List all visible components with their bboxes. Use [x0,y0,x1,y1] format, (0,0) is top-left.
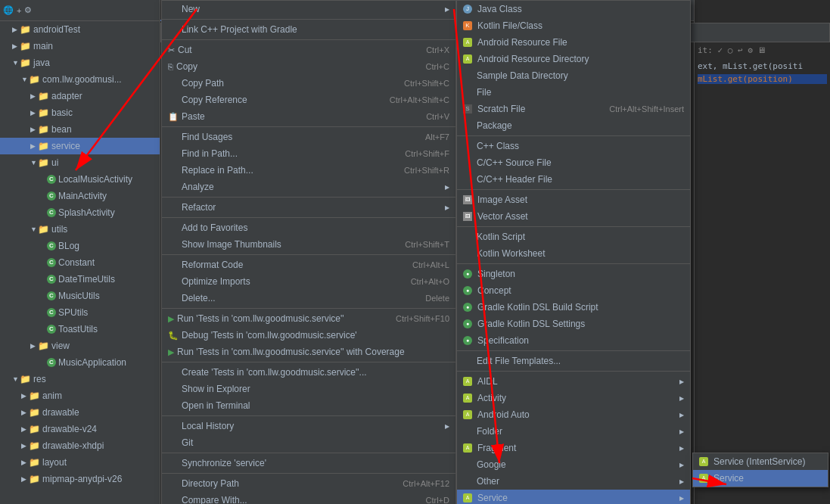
tree-item-service[interactable]: ▶📁service [0,138,160,154]
ctx-item-delete...[interactable]: Delete... Delete [162,290,455,306]
tree-item-sputils[interactable]: CSPUtils [0,304,160,321]
tree-item-toastutils[interactable]: CToastUtils [0,321,160,338]
new-item-gradlekotlindslsetti[interactable]: ● Gradle Kotlin DSL Settings [457,316,690,332]
new-item-left: ● Singleton [463,269,515,279]
ctx-item-reformatcode[interactable]: Reformat Code Ctrl+Alt+L [162,257,455,273]
tree-item-drawable-v24[interactable]: ▶📁drawable-v24 [0,421,160,437]
ctx-item-comparewith...[interactable]: Compare With... Ctrl+D [162,492,455,504]
tree-item-basic[interactable]: ▶📁basic [0,104,160,121]
new-item-editfiletemplates...[interactable]: Edit File Templates... [457,353,690,369]
ctx-item-copy[interactable]: ⎘ Copy Ctrl+C [162,58,455,75]
tree-item-view[interactable]: ▶📁view [0,338,160,354]
new-item-other[interactable]: Other [457,473,690,490]
ctx-item-cut[interactable]: ✂ Cut Ctrl+X [162,42,455,58]
ctx-item-openinterminal[interactable]: Open in Terminal [162,397,455,414]
tree-item-mainactivity[interactable]: CMainActivity [0,188,160,204]
new-item-scratchfile[interactable]: S Scratch File Ctrl+Alt+Shift+Insert [457,101,690,117]
tree-item-main[interactable]: ▶📁main [0,38,160,54]
new-item-imageasset[interactable]: 🖼 Image Asset [457,191,690,208]
code-line-1: ext, mList.get(positi [698,61,827,71]
ctx-item-showimagethumbnails[interactable]: Show Image Thumbnails Ctrl+Shift+T [162,236,455,253]
new-item-kotlinworksheet[interactable]: Kotlin Worksheet [457,245,690,262]
tree-item-drawable-xhdpi[interactable]: ▶📁drawable-xhdpi [0,437,160,454]
sidebar-icon-settings[interactable]: ⚙ [24,5,32,15]
ctx-item-localhistory[interactable]: Local History [162,418,455,434]
tree-arrow: ▶ [12,42,20,50]
ctx-item-linkc++projectwithgr[interactable]: Link C++ Project with Gradle [162,21,455,38]
new-item-concept[interactable]: ● Concept [457,282,690,299]
new-item-aidl[interactable]: A AIDL [457,373,690,390]
tree-item-java[interactable]: ▼📁java [0,54,160,71]
ctx-item-paste[interactable]: 📋 Paste Ctrl+V [162,108,455,125]
new-item-javaclass[interactable]: J Java Class [457,1,690,17]
tree-item-mipmap-anydpi-v26[interactable]: ▶📁mipmap-anydpi-v26 [0,471,160,487]
new-item-google[interactable]: Google [457,456,690,473]
tree-item-datetimeutils[interactable]: CDateTimeUtils [0,271,160,288]
ctx-item-run'testsin'com.llw.[interactable]: ▶ Run 'Tests in 'com.llw.goodmusic.servi… [162,310,455,327]
new-item-c++class[interactable]: C++ Class [457,138,690,154]
sidebar-icon-plus[interactable]: + [17,6,21,15]
new-item-package[interactable]: Package [457,117,690,134]
new-item-androidresourcefile[interactable]: A Android Resource File [457,34,690,51]
new-item-kotlinscript[interactable]: Kotlin Script [457,229,690,245]
service-item-service(intentservice)[interactable]: A Service (IntentService) [693,453,828,470]
ctx-item-findusages[interactable]: Find Usages Alt+F7 [162,129,455,145]
ctx-item-new[interactable]: New [162,1,455,17]
new-item-left: Edit File Templates... [463,356,561,366]
tree-item-layout[interactable]: ▶📁layout [0,454,160,471]
tree-item-res[interactable]: ▼📁res [0,371,160,387]
ctx-item-copyreference[interactable]: Copy Reference Ctrl+Alt+Shift+C [162,92,455,108]
tree-item-drawable[interactable]: ▶📁drawable [0,404,160,421]
ctx-item-run'testsin'com.llw.[interactable]: ▶ Run 'Tests in 'com.llw.goodmusic.servi… [162,344,455,360]
ctx-item-create'testsin'com.l[interactable]: Create 'Tests in 'com.llw.goodmusic.serv… [162,364,455,381]
tree-item-musicutils[interactable]: CMusicUtils [0,288,160,304]
tree-item-localmusicactivity[interactable]: CLocalMusicActivity [0,171,160,188]
ctx-item-refactor[interactable]: Refactor [162,199,455,216]
tree-item-androidtest[interactable]: ▶📁androidTest [0,21,160,38]
ctx-item-analyze[interactable]: Analyze [162,179,455,195]
tree-item-bean[interactable]: ▶📁bean [0,121,160,138]
new-item-activity[interactable]: A Activity [457,390,690,406]
new-item-c/c++headerfile[interactable]: C/C++ Header File [457,171,690,188]
tree-item-utils[interactable]: ▼📁utils [0,221,160,238]
new-item-folder[interactable]: Folder [457,423,690,440]
ctx-item-findinpath...[interactable]: Find in Path... Ctrl+Shift+F [162,145,455,162]
tree-item-musicapplication[interactable]: CMusicApplication [0,354,160,371]
sidebar-icon-globe[interactable]: 🌐 [3,5,14,15]
new-item-gradlekotlindslbuild[interactable]: ● Gradle Kotlin DSL Build Script [457,299,690,316]
new-item-sampledatadirectory[interactable]: Sample Data Directory [457,67,690,84]
new-item-kotlinfile/class[interactable]: K Kotlin File/Class [457,17,690,34]
ctx-item-git[interactable]: Git [162,434,455,451]
service-item-service[interactable]: A Service [693,470,828,487]
ctx-item-copypath[interactable]: Copy Path Ctrl+Shift+C [162,75,455,92]
tree-item-com.llw.goodmusi...[interactable]: ▼📁com.llw.goodmusi... [0,71,160,88]
ctx-item-left: New [168,4,200,14]
ctx-separator-34 [162,453,455,453]
tree-item-ui[interactable]: ▼📁ui [0,154,160,171]
new-item-file[interactable]: File [457,84,690,101]
ctx-item-directorypath[interactable]: Directory Path Ctrl+Alt+F12 [162,475,455,492]
ctx-item-addtofavorites[interactable]: Add to Favorites [162,219,455,236]
new-item-service[interactable]: A Service [457,490,690,504]
new-item-androidauto[interactable]: A Android Auto [457,406,690,423]
tree-item-adapter[interactable]: ▶📁adapter [0,88,160,104]
tree-item-constant[interactable]: CConstant [0,254,160,271]
shortcut: Ctrl+C [426,62,449,71]
ctx-item-label: Copy [176,61,197,72]
ctx-item-replaceinpath...[interactable]: Replace in Path... Ctrl+Shift+R [162,162,455,179]
tree-item-anim[interactable]: ▶📁anim [0,387,160,404]
ctx-item-showinexplorer[interactable]: Show in Explorer [162,381,455,397]
new-item-left: A AIDL [463,376,498,387]
tree-item-splashactivity[interactable]: CSplashActivity [0,204,160,221]
new-item-fragment[interactable]: A Fragment [457,440,690,456]
new-item-specification[interactable]: ● Specification [457,332,690,349]
new-item-androidresourcedirec[interactable]: A Android Resource Directory [457,51,690,67]
ctx-item-synchronize'service'[interactable]: Synchronize 'service' [162,455,455,471]
new-item-singleton[interactable]: ● Singleton [457,266,690,282]
ctx-item-optimizeimports[interactable]: Optimize Imports Ctrl+Alt+O [162,273,455,290]
ctx-item-debug'testsin'com.ll[interactable]: 🐛 Debug 'Tests in 'com.llw.goodmusic.ser… [162,327,455,344]
ctx-icon: ⎘ [168,62,173,71]
new-item-vectorasset[interactable]: 🖼 Vector Asset [457,208,690,225]
new-item-c/c++sourcefile[interactable]: C/C++ Source File [457,154,690,171]
tree-item-blog[interactable]: CBLog [0,238,160,254]
